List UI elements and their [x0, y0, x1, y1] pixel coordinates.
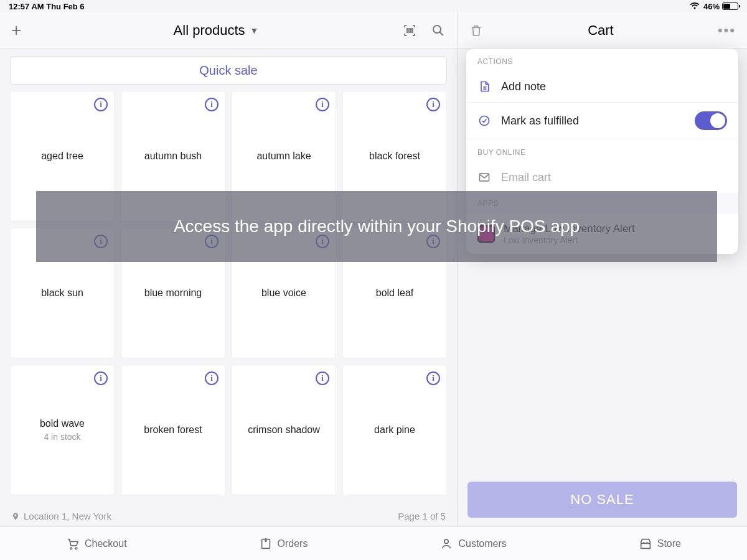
- battery-icon: [722, 2, 738, 10]
- fulfilled-toggle[interactable]: [695, 111, 727, 130]
- category-selector[interactable]: All products ▼: [30, 22, 402, 39]
- search-icon[interactable]: [431, 23, 446, 38]
- svg-point-3: [70, 547, 72, 549]
- products-grid: iaged tree iautumn bush iautumn lake ibl…: [0, 91, 457, 506]
- product-name: autumn bush: [144, 151, 202, 162]
- orders-icon: [259, 537, 273, 551]
- email-cart-label: Email cart: [501, 171, 551, 184]
- more-icon[interactable]: •••: [718, 22, 736, 39]
- promo-banner-text: Access the app directly within your Shop…: [174, 217, 580, 236]
- info-icon[interactable]: i: [316, 371, 329, 385]
- product-name: blue voice: [261, 287, 306, 299]
- product-name: black forest: [369, 151, 420, 162]
- info-icon[interactable]: i: [316, 98, 329, 111]
- info-icon[interactable]: i: [205, 371, 218, 385]
- status-time-date: 12:57 AM Thu Feb 6: [9, 2, 85, 11]
- product-name: aged tree: [41, 151, 83, 162]
- add-button[interactable]: +: [11, 21, 30, 40]
- products-top-bar: + All products ▼: [0, 12, 457, 49]
- product-name: black sun: [41, 287, 83, 299]
- category-title: All products: [174, 22, 245, 39]
- no-sale-button[interactable]: NO SALE: [467, 482, 737, 518]
- product-tile[interactable]: idark pine: [342, 365, 447, 495]
- battery-percent: 46%: [703, 2, 720, 11]
- page-info: Page 1 of 5: [398, 511, 446, 521]
- no-sale-label: NO SALE: [570, 492, 634, 508]
- location-text: Location 1, New York: [24, 511, 111, 521]
- location-label[interactable]: Location 1, New York: [11, 511, 111, 521]
- quick-sale-label: Quick sale: [199, 63, 257, 78]
- add-note-label: Add note: [501, 80, 546, 93]
- products-footer: Location 1, New York Page 1 of 5: [0, 506, 457, 526]
- product-tile[interactable]: ibroken forest: [121, 365, 225, 495]
- promo-banner: Access the app directly within your Shop…: [36, 191, 717, 262]
- add-note-item[interactable]: Add note: [466, 71, 738, 102]
- barcode-icon[interactable]: [402, 23, 417, 38]
- info-icon[interactable]: i: [426, 98, 440, 111]
- dropdown-buyonline-label: BUY ONLINE: [466, 139, 738, 162]
- status-right: 46%: [690, 2, 738, 11]
- info-icon[interactable]: i: [426, 371, 440, 385]
- svg-point-1: [480, 116, 489, 126]
- wifi-icon: [690, 2, 700, 10]
- bottom-nav: Checkout Orders Customers Store: [0, 526, 747, 560]
- info-icon[interactable]: i: [94, 98, 108, 111]
- product-name: broken forest: [144, 424, 202, 436]
- nav-customers-label: Customers: [458, 538, 506, 549]
- svg-point-6: [444, 539, 448, 543]
- cart-panel: Cart ••• ACTIONS Add note Mark as fulfil…: [458, 12, 747, 526]
- dropdown-actions-label: ACTIONS: [466, 49, 738, 71]
- nav-store[interactable]: Store: [639, 537, 681, 551]
- status-bar: 12:57 AM Thu Feb 6 46%: [0, 0, 747, 12]
- product-tile[interactable]: icrimson shadow: [232, 365, 336, 495]
- chevron-down-icon: ▼: [250, 26, 259, 35]
- mark-fulfilled-label: Mark as fulfilled: [501, 114, 579, 128]
- nav-checkout-label: Checkout: [85, 538, 127, 549]
- store-icon: [639, 537, 652, 551]
- product-stock: 4 in stock: [44, 432, 80, 442]
- nav-store-label: Store: [657, 538, 681, 549]
- battery-indicator: 46%: [703, 2, 738, 11]
- email-cart-item[interactable]: Email cart: [466, 162, 738, 193]
- product-name: blue morning: [144, 287, 202, 299]
- nav-customers[interactable]: Customers: [439, 537, 506, 551]
- note-icon: [477, 80, 491, 93]
- product-name: crimson shadow: [248, 424, 320, 436]
- person-icon: [439, 537, 453, 551]
- nav-orders[interactable]: Orders: [259, 537, 308, 551]
- svg-point-4: [75, 547, 77, 549]
- check-circle-icon: [477, 114, 491, 128]
- mail-icon: [477, 170, 491, 184]
- product-name: bold wave: [40, 418, 85, 429]
- product-tile[interactable]: ibold wave4 in stock: [10, 365, 115, 495]
- nav-checkout[interactable]: Checkout: [66, 537, 127, 551]
- info-icon[interactable]: i: [94, 371, 108, 385]
- info-icon[interactable]: i: [205, 98, 218, 111]
- trash-icon[interactable]: [469, 23, 484, 38]
- cart-top-bar: Cart •••: [458, 12, 747, 49]
- cart-title: Cart: [588, 22, 614, 39]
- mark-fulfilled-item[interactable]: Mark as fulfilled: [466, 102, 738, 139]
- nav-orders-label: Orders: [278, 538, 308, 549]
- product-name: bold leaf: [376, 287, 414, 299]
- cart-icon: [66, 537, 80, 551]
- product-name: autumn lake: [256, 151, 311, 162]
- quick-sale-button[interactable]: Quick sale: [10, 56, 447, 85]
- svg-point-0: [433, 26, 441, 33]
- product-name: dark pine: [374, 424, 415, 436]
- products-panel: + All products ▼ Quick sale iaged tree i…: [0, 12, 458, 526]
